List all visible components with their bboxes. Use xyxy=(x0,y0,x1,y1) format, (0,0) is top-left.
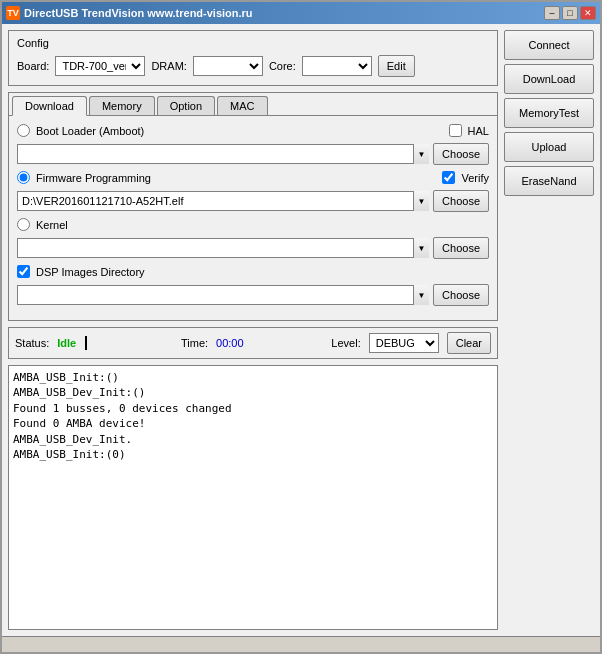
log-line-6: AMBA_USB_Init:(0) xyxy=(13,447,493,462)
config-group: Config Board: TDR-700_ver. DRAM: Core: E… xyxy=(8,30,498,86)
window-title: DirectUSB TrendVision www.trend-vision.r… xyxy=(24,7,253,19)
tab-mac[interactable]: MAC xyxy=(217,96,267,115)
firmware-label: Firmware Programming xyxy=(36,172,151,184)
choose-boot-button[interactable]: Choose xyxy=(433,143,489,165)
title-bar: TV DirectUSB TrendVision www.trend-visio… xyxy=(2,2,600,24)
firmware-combo: ▼ xyxy=(17,191,429,211)
boot-loader-arrow[interactable]: ▼ xyxy=(413,144,429,164)
level-select[interactable]: DEBUG xyxy=(369,333,439,353)
log-line-2: AMBA_USB_Dev_Init:() xyxy=(13,385,493,400)
board-label: Board: xyxy=(17,60,49,72)
dram-label: DRAM: xyxy=(151,60,186,72)
firmware-row: Firmware Programming Verify xyxy=(17,171,489,184)
maximize-button[interactable]: □ xyxy=(562,6,578,20)
hal-checkbox[interactable] xyxy=(449,124,462,137)
app-icon: TV xyxy=(6,6,20,20)
bottom-status-bar xyxy=(2,636,600,652)
side-panel: Connect DownLoad MemoryTest Upload Erase… xyxy=(504,30,594,630)
choose-firmware-button[interactable]: Choose xyxy=(433,190,489,212)
kernel-radio[interactable] xyxy=(17,218,30,231)
main-area: Config Board: TDR-700_ver. DRAM: Core: E… xyxy=(8,30,498,630)
kernel-combo-row: ▼ Choose xyxy=(17,237,489,259)
edit-button[interactable]: Edit xyxy=(378,55,415,77)
dsp-arrow[interactable]: ▼ xyxy=(413,285,429,305)
level-label: Level: xyxy=(331,337,360,349)
tab-bar: Download Memory Option MAC xyxy=(9,93,497,116)
erase-nand-button[interactable]: EraseNand xyxy=(504,166,594,196)
boot-loader-radio[interactable] xyxy=(17,124,30,137)
log-line-1: AMBA_USB_Init:() xyxy=(13,370,493,385)
core-label: Core: xyxy=(269,60,296,72)
boot-loader-combo-row: ▼ Choose xyxy=(17,143,489,165)
memory-test-button[interactable]: MemoryTest xyxy=(504,98,594,128)
dsp-checkbox[interactable] xyxy=(17,265,30,278)
time-value: 00:00 xyxy=(216,337,244,349)
config-row: Board: TDR-700_ver. DRAM: Core: Edit xyxy=(17,55,489,77)
tab-memory[interactable]: Memory xyxy=(89,96,155,115)
core-select[interactable] xyxy=(302,56,372,76)
dsp-combo-row: ▼ Choose xyxy=(17,284,489,306)
choose-kernel-button[interactable]: Choose xyxy=(433,237,489,259)
log-content[interactable]: AMBA_USB_Init:() AMBA_USB_Dev_Init:() Fo… xyxy=(9,366,497,629)
minimize-button[interactable]: – xyxy=(544,6,560,20)
firmware-input[interactable] xyxy=(17,191,429,211)
kernel-combo: ▼ xyxy=(17,238,429,258)
tab-option[interactable]: Option xyxy=(157,96,215,115)
dsp-label: DSP Images Directory xyxy=(36,266,145,278)
firmware-arrow[interactable]: ▼ xyxy=(413,191,429,211)
board-select[interactable]: TDR-700_ver. xyxy=(55,56,145,76)
firmware-radio[interactable] xyxy=(17,171,30,184)
kernel-input[interactable] xyxy=(17,238,429,258)
close-button[interactable]: ✕ xyxy=(580,6,596,20)
window-body: Config Board: TDR-700_ver. DRAM: Core: E… xyxy=(2,24,600,636)
status-idle: Idle xyxy=(57,337,76,349)
boot-loader-combo: ▼ xyxy=(17,144,429,164)
boot-loader-row: Boot Loader (Amboot) HAL xyxy=(17,124,489,137)
title-bar-left: TV DirectUSB TrendVision www.trend-visio… xyxy=(6,6,253,20)
tabs-container: Download Memory Option MAC Boot Loader (… xyxy=(8,92,498,321)
tab-content-download: Boot Loader (Amboot) HAL ▼ Choose xyxy=(9,116,497,320)
tab-download[interactable]: Download xyxy=(12,96,87,116)
kernel-arrow[interactable]: ▼ xyxy=(413,238,429,258)
kernel-row: Kernel xyxy=(17,218,489,231)
log-line-5: AMBA_USB_Dev_Init. xyxy=(13,432,493,447)
choose-dsp-button[interactable]: Choose xyxy=(433,284,489,306)
log-area: AMBA_USB_Init:() AMBA_USB_Dev_Init:() Fo… xyxy=(8,365,498,630)
boot-loader-input[interactable] xyxy=(17,144,429,164)
status-bar: Status: Idle Time: 00:00 Level: DEBUG Cl… xyxy=(8,327,498,359)
connect-button[interactable]: Connect xyxy=(504,30,594,60)
upload-button[interactable]: Upload xyxy=(504,132,594,162)
hal-label: HAL xyxy=(468,125,489,137)
download-button[interactable]: DownLoad xyxy=(504,64,594,94)
main-window: TV DirectUSB TrendVision www.trend-visio… xyxy=(0,0,602,654)
log-line-4: Found 0 AMBA device! xyxy=(13,416,493,431)
dram-select[interactable] xyxy=(193,56,263,76)
verify-checkbox[interactable] xyxy=(442,171,455,184)
boot-loader-label: Boot Loader (Amboot) xyxy=(36,125,144,137)
dsp-combo: ▼ xyxy=(17,285,429,305)
verify-label: Verify xyxy=(461,172,489,184)
title-buttons: – □ ✕ xyxy=(544,6,596,20)
log-line-3: Found 1 busses, 0 devices changed xyxy=(13,401,493,416)
dsp-input[interactable] xyxy=(17,285,429,305)
cursor-indicator xyxy=(85,336,93,350)
status-label: Status: xyxy=(15,337,49,349)
config-legend: Config xyxy=(17,37,489,49)
clear-button[interactable]: Clear xyxy=(447,332,491,354)
kernel-label: Kernel xyxy=(36,219,68,231)
dsp-row: DSP Images Directory xyxy=(17,265,489,278)
firmware-combo-row: ▼ Choose xyxy=(17,190,489,212)
time-label: Time: xyxy=(181,337,208,349)
